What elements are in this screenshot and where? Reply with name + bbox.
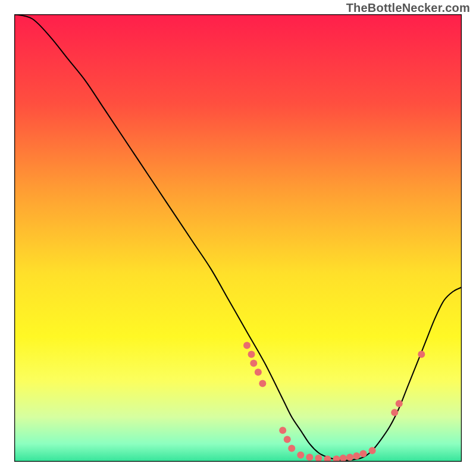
benchmark-point — [396, 400, 403, 407]
benchmark-point — [346, 453, 353, 461]
benchmark-point — [306, 453, 313, 461]
chart-stage: TheBottleNecker.com — [0, 0, 476, 476]
bottleneck-chart — [14, 14, 462, 462]
benchmark-point — [288, 444, 295, 452]
benchmark-point — [248, 351, 255, 358]
benchmark-point — [250, 360, 257, 367]
benchmark-point — [243, 342, 250, 349]
benchmark-point — [369, 447, 376, 454]
benchmark-point — [315, 455, 322, 462]
benchmark-point — [259, 380, 266, 387]
benchmark-point — [297, 452, 304, 459]
benchmark-point — [340, 455, 347, 462]
watermark-text: TheBottleNecker.com — [346, 1, 470, 15]
benchmark-point — [279, 427, 286, 434]
benchmark-point — [284, 436, 291, 443]
benchmark-point — [360, 450, 367, 457]
benchmark-point — [418, 351, 425, 358]
plot-frame — [14, 14, 462, 462]
gradient-background — [14, 14, 462, 462]
benchmark-point — [391, 409, 398, 416]
benchmark-point — [255, 369, 262, 376]
benchmark-point — [353, 452, 360, 459]
